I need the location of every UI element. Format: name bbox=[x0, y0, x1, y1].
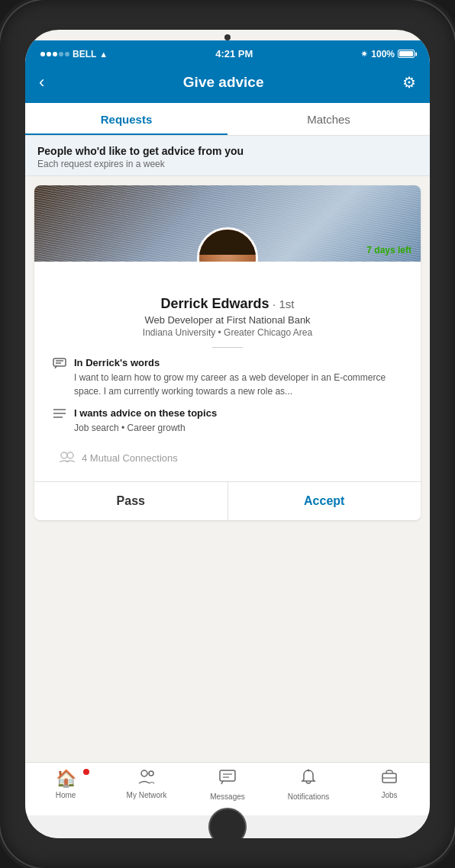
tab-requests[interactable]: Requests bbox=[25, 103, 228, 135]
person-name-row: Derrick Edwards · 1st bbox=[47, 296, 408, 312]
avatar bbox=[197, 227, 258, 262]
signal-dot-3 bbox=[53, 52, 57, 56]
topics-text: Job search • Career growth bbox=[74, 421, 217, 435]
wifi-icon: ▲ bbox=[99, 50, 108, 59]
nav-messages[interactable]: Messages bbox=[187, 769, 268, 806]
card-body: Derrick Edwards · 1st Web Developer at F… bbox=[34, 262, 421, 481]
tab-matches[interactable]: Matches bbox=[228, 103, 430, 135]
svg-point-9 bbox=[149, 771, 153, 776]
mutual-icon bbox=[59, 450, 76, 466]
battery-percentage: 100% bbox=[371, 49, 395, 59]
section-divider bbox=[212, 347, 243, 348]
home-label: Home bbox=[56, 791, 76, 799]
person-location: Indiana University • Greater Chicago Are… bbox=[47, 327, 408, 338]
avatar-face bbox=[199, 230, 256, 262]
app-header: ‹ Give advice ⚙ bbox=[25, 65, 430, 103]
words-content: In Derrick's words I want to learn how t… bbox=[74, 357, 402, 398]
svg-point-13 bbox=[308, 770, 310, 772]
bluetooth-icon: ✴ bbox=[360, 49, 368, 59]
nav-network[interactable]: My Network bbox=[106, 769, 187, 806]
signal-strength bbox=[40, 52, 69, 56]
nav-home[interactable]: 🏠 Home bbox=[25, 769, 106, 806]
carrier-label: BELL bbox=[73, 49, 96, 59]
messages-label: Messages bbox=[210, 792, 245, 801]
mutual-connections-label: 4 Mutual Connections bbox=[82, 452, 178, 464]
back-button[interactable]: ‹ bbox=[39, 72, 44, 92]
network-icon bbox=[137, 769, 156, 789]
section-subtitle: Each request expires in a week bbox=[37, 159, 418, 169]
battery-fill bbox=[399, 51, 413, 56]
mutual-connections-row: 4 Mutual Connections bbox=[53, 444, 402, 472]
svg-point-6 bbox=[61, 452, 67, 458]
topics-row: I wants advice on these topics Job searc… bbox=[53, 407, 402, 435]
notifications-icon bbox=[301, 769, 316, 790]
section-title: People who'd like to get advice from you bbox=[37, 145, 418, 157]
avatar-hair bbox=[199, 230, 256, 255]
page-title: Give advice bbox=[183, 74, 264, 91]
status-time: 4:21 PM bbox=[215, 48, 253, 59]
profile-card: 7 days left Derrick Edwards · 1st Web De… bbox=[34, 185, 421, 520]
profile-banner: 7 days left bbox=[34, 185, 421, 262]
person-name: Derrick Edwards bbox=[161, 296, 269, 311]
network-label: My Network bbox=[127, 791, 167, 799]
list-icon bbox=[53, 408, 66, 422]
phone-frame: BELL ▲ 4:21 PM ✴ 100% ‹ Give advice ⚙ Re… bbox=[0, 0, 455, 868]
words-row: In Derrick's words I want to learn how t… bbox=[53, 357, 402, 398]
messages-icon bbox=[218, 769, 237, 790]
signal-dot-4 bbox=[59, 52, 63, 56]
tab-bar: Requests Matches bbox=[25, 103, 430, 136]
svg-point-7 bbox=[67, 452, 73, 458]
signal-dot-5 bbox=[65, 52, 69, 56]
front-camera bbox=[224, 34, 231, 40]
speech-icon bbox=[53, 358, 66, 371]
home-button-area bbox=[25, 815, 430, 838]
topics-label: I wants advice on these topics bbox=[74, 407, 217, 419]
words-text: I want to learn how to grow my career as… bbox=[74, 371, 402, 398]
person-job-title: Web Developer at First National Bank bbox=[47, 314, 408, 326]
jobs-label: Jobs bbox=[381, 791, 397, 799]
pass-button[interactable]: Pass bbox=[34, 482, 228, 520]
topics-content: I wants advice on these topics Job searc… bbox=[74, 407, 217, 435]
svg-point-8 bbox=[141, 770, 147, 776]
status-left: BELL ▲ bbox=[40, 49, 108, 59]
signal-dot-2 bbox=[47, 52, 51, 56]
home-badge bbox=[83, 769, 89, 775]
action-bar: Pass Accept bbox=[34, 481, 421, 520]
phone-screen: BELL ▲ 4:21 PM ✴ 100% ‹ Give advice ⚙ Re… bbox=[25, 30, 430, 838]
home-icon: 🏠 bbox=[56, 769, 76, 789]
nav-jobs[interactable]: Jobs bbox=[349, 769, 430, 806]
days-left-badge: 7 days left bbox=[366, 245, 411, 256]
info-section: In Derrick's words I want to learn how t… bbox=[47, 357, 408, 472]
status-right: ✴ 100% bbox=[360, 49, 415, 59]
connection-degree: · 1st bbox=[273, 297, 294, 310]
nav-notifications[interactable]: Notifications bbox=[268, 769, 349, 806]
notifications-label: Notifications bbox=[288, 792, 329, 801]
battery-icon bbox=[398, 50, 415, 58]
svg-rect-0 bbox=[53, 358, 66, 366]
settings-button[interactable]: ⚙ bbox=[402, 73, 416, 92]
jobs-icon bbox=[381, 769, 398, 789]
words-label: In Derrick's words bbox=[74, 357, 402, 368]
section-header: People who'd like to get advice from you… bbox=[25, 136, 430, 176]
signal-dot-1 bbox=[40, 52, 45, 56]
main-content: People who'd like to get advice from you… bbox=[25, 136, 430, 762]
status-bar: BELL ▲ 4:21 PM ✴ 100% bbox=[25, 40, 430, 65]
accept-button[interactable]: Accept bbox=[228, 482, 421, 520]
svg-rect-10 bbox=[220, 770, 235, 781]
